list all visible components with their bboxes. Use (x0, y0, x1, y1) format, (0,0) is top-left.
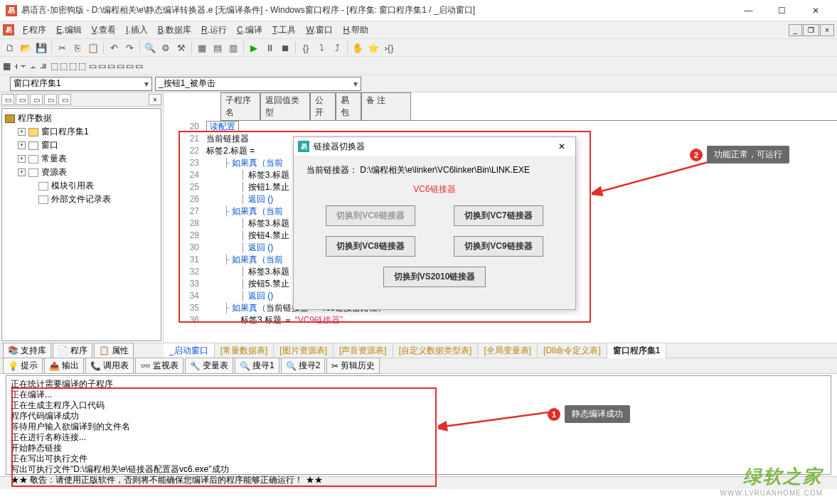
brace-icon[interactable]: ›{} (382, 41, 396, 55)
new-icon[interactable]: 🗋 (3, 41, 17, 55)
switch-vc8-button[interactable]: 切换到VC8链接器 (326, 236, 415, 257)
dist-h-icon[interactable]: ⬚ (50, 61, 58, 71)
switch-vc6-button[interactable]: 切换到VC6链接器 (326, 205, 415, 226)
code-tab[interactable]: [常量数据表] (215, 343, 274, 358)
misc6-icon[interactable]: ▭ (135, 61, 143, 71)
menu-compile[interactable]: C.编译 (233, 23, 267, 38)
code-tab[interactable]: [自定义数据类型表] (393, 343, 479, 358)
menu-edit[interactable]: E.编辑 (52, 23, 85, 38)
bottom-tab[interactable]: ✂剪辑历史 (326, 358, 380, 374)
left-btn5[interactable]: ▭ (58, 94, 71, 105)
tree-root[interactable]: 程序数据 (5, 112, 158, 125)
undo-icon[interactable]: ↶ (107, 41, 121, 55)
menu-view[interactable]: V.查看 (87, 23, 120, 38)
paste-icon[interactable]: 📋 (86, 41, 100, 55)
bottom-tab[interactable]: 🔍搜寻1 (235, 358, 279, 374)
code-tab[interactable]: [声音资源表] (334, 343, 393, 358)
tree-node[interactable]: 模块引用表 (5, 179, 158, 193)
db-icon[interactable]: ▦ (195, 41, 209, 55)
code-tab[interactable]: 窗口程序集1 (607, 343, 667, 358)
misc5-icon[interactable]: ▭ (126, 61, 134, 71)
tab-program[interactable]: 📄程序 (53, 343, 92, 359)
tree-node[interactable]: 外部文件记录表 (5, 193, 158, 206)
find-icon[interactable]: 🔍 (143, 41, 157, 55)
align-right-icon[interactable]: ⫠ (29, 61, 38, 71)
code-tab[interactable]: [全局变量表] (478, 343, 538, 358)
expand-icon[interactable]: + (18, 155, 26, 163)
combo-module[interactable]: 窗口程序集1 ▾ (10, 77, 152, 91)
code-tab[interactable]: _启动窗口 (164, 343, 215, 358)
left-btn3[interactable]: ▭ (30, 94, 43, 105)
code-tab[interactable]: [图片资源表] (274, 343, 334, 358)
tree-node[interactable]: +窗口 (5, 139, 158, 152)
close-button[interactable]: ✕ (799, 1, 831, 21)
dialog-titlebar[interactable]: 易 链接器切换器 ✕ (294, 137, 575, 156)
size-icon[interactable]: ⬚ (69, 61, 77, 71)
menu-insert[interactable]: I.插入 (122, 23, 152, 38)
dist-v-icon[interactable]: ⬚ (60, 61, 68, 71)
switch-vs2010-button[interactable]: 切换到VS2010链接器 (383, 267, 486, 287)
open-icon[interactable]: 📂 (18, 41, 33, 55)
misc2-icon[interactable]: ▭ (98, 61, 106, 71)
code-tab[interactable]: [Dll命令定义表] (538, 343, 607, 358)
misc4-icon[interactable]: ▭ (117, 61, 124, 71)
bottom-tab[interactable]: 💡提示 (3, 358, 43, 374)
expand-icon[interactable]: + (18, 141, 26, 149)
tree-node[interactable]: +资源表 (5, 166, 158, 179)
project-tree[interactable]: 程序数据 +窗口程序集1+窗口+常量表+资源表模块引用表外部文件记录表 (1, 108, 161, 341)
cut-icon[interactable]: ✂ (55, 41, 69, 55)
mdi-close[interactable]: × (820, 24, 834, 36)
grid-icon[interactable]: ▦ (3, 61, 11, 71)
star-icon[interactable]: ⭐ (366, 41, 380, 55)
db2-icon[interactable]: ▤ (210, 41, 225, 55)
pause-icon[interactable]: ⏸ (262, 41, 277, 55)
minimize-button[interactable]: — (732, 1, 764, 21)
copy-icon[interactable]: ⎘ (70, 41, 85, 55)
left-close[interactable]: × (149, 94, 161, 105)
expand-icon[interactable]: + (18, 168, 26, 176)
menu-database[interactable]: B.数据库 (154, 23, 196, 38)
dialog-close-button[interactable]: ✕ (553, 141, 571, 151)
align-top-icon[interactable]: ⫡ (39, 61, 48, 71)
switch-vc7-button[interactable]: 切换到VC7链接器 (454, 205, 543, 226)
menu-window[interactable]: W.窗口 (302, 23, 337, 38)
tool-icon[interactable]: ⚙ (159, 41, 173, 55)
size2-icon[interactable]: ⬚ (78, 61, 86, 71)
save-icon[interactable]: 💾 (34, 41, 48, 55)
tree-node[interactable]: +常量表 (5, 152, 158, 166)
switch-vc9-button[interactable]: 切换到VC9链接器 (454, 236, 543, 257)
bottom-tab[interactable]: 👓监视表 (135, 358, 183, 374)
mdi-minimize[interactable]: _ (789, 24, 803, 36)
maximize-button[interactable]: ☐ (766, 1, 798, 21)
step3-icon[interactable]: ⤴ (330, 41, 344, 55)
run-icon[interactable]: ▶ (247, 41, 261, 55)
bottom-tab[interactable]: 🔧变量表 (185, 358, 233, 374)
left-btn1[interactable]: ▭ (1, 94, 14, 105)
combo-proc[interactable]: _按钮1_被单击 ▾ (155, 77, 361, 91)
menu-program[interactable]: F.程序 (18, 23, 50, 38)
tree-node[interactable]: +窗口程序集1 (5, 125, 158, 139)
align-left-icon[interactable]: ⫞ (14, 61, 18, 71)
hand-icon[interactable]: ✋ (351, 41, 365, 55)
menu-help[interactable]: H.帮助 (338, 23, 373, 38)
stop-icon[interactable]: ⏹ (278, 41, 292, 55)
tab-support-lib[interactable]: 📚支持库 (3, 343, 51, 359)
redo-icon[interactable]: ↷ (122, 41, 137, 55)
tab-properties[interactable]: 📋属性 (94, 343, 134, 359)
align-center-icon[interactable]: ⫟ (19, 61, 28, 71)
menu-tools[interactable]: T.工具 (268, 23, 300, 38)
bottom-tab[interactable]: 🔍搜寻2 (281, 358, 326, 374)
misc1-icon[interactable]: ▭ (89, 61, 97, 71)
bottom-tab[interactable]: 📞调用表 (85, 358, 134, 374)
step-icon[interactable]: {} (299, 41, 313, 55)
output-panel[interactable]: 正在统计需要编译的子程序正在编译...正在生成主程序入口代码程序代码编译成功等待… (6, 375, 831, 475)
step2-icon[interactable]: ⤵ (314, 41, 329, 55)
misc3-icon[interactable]: ▭ (107, 61, 115, 71)
left-btn4[interactable]: ▭ (44, 94, 57, 105)
menu-run[interactable]: R.运行 (197, 23, 231, 38)
left-btn2[interactable]: ▭ (16, 94, 28, 105)
mdi-restore[interactable]: ❐ (803, 24, 819, 36)
db3-icon[interactable]: ▥ (226, 41, 240, 55)
bottom-tab[interactable]: 📤输出 (44, 358, 84, 374)
expand-icon[interactable]: + (18, 128, 26, 136)
